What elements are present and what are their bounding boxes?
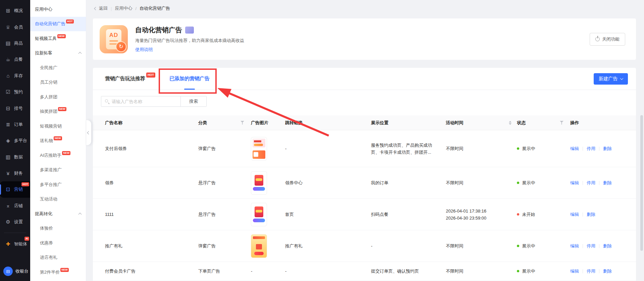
sidebar-item-multi-platform[interactable]: ◈多平台 — [0, 133, 30, 149]
sidebar-item-inventory[interactable]: ⌂库存 — [0, 68, 30, 84]
submenu-item-acquire-customers[interactable]: 拉新拓客 — [30, 46, 86, 61]
submenu-item-label: 互动活动 — [40, 196, 57, 202]
submenu-item-interactive-activity[interactable]: 互动活动 — [30, 192, 86, 207]
new-badge: NEW — [57, 34, 66, 38]
submenu-item-short-video-tools[interactable]: 短视频工具NEW — [30, 31, 86, 46]
power-icon — [595, 37, 600, 41]
sidebar-item-label: 商品 — [14, 40, 23, 46]
scrollbar-thumb[interactable] — [640, 115, 643, 251]
ad-name-cell: 推广有礼 — [93, 243, 198, 249]
search-input[interactable] — [101, 96, 180, 106]
overview-icon: ⊞ — [5, 8, 11, 14]
time-line: 不限时间 — [446, 268, 517, 275]
status-cell: 展示中 — [517, 243, 570, 249]
new-ad-button[interactable]: 新建广告 — [594, 73, 628, 85]
data-icon: ▥ — [5, 154, 11, 160]
action-link-2[interactable]: 删除 — [587, 212, 595, 218]
sidebar-item-label: 库存 — [14, 73, 23, 79]
sidebar-item-finance[interactable]: ¥财务 — [0, 165, 30, 181]
sidebar-item-marketing[interactable]: ⊡营销HOT — [0, 181, 30, 197]
ad-thumbnail[interactable] — [251, 234, 267, 258]
hot-badge: HOT — [21, 182, 29, 186]
submenu-item-public-promotion[interactable]: 全民推广 — [30, 60, 86, 75]
action-link-1[interactable]: 编辑 — [570, 180, 579, 186]
submenu-item-lottery-group[interactable]: 抽奖拼团NEW — [30, 104, 86, 119]
sidebar-item-label: 设置 — [14, 219, 23, 225]
sidebar-item-booking[interactable]: ☑预约 — [0, 84, 30, 100]
sidebar-item-goods[interactable]: ▤商品 — [0, 35, 30, 51]
app-window: ⊞概况♕会员▤商品☕点餐⌂库存☑预约⊟排号≣订单◈多平台▥数据¥财务⊡营销HOT… — [0, 0, 644, 281]
action-link-1[interactable]: 编辑 — [570, 212, 579, 218]
sidebar-item-overview[interactable]: ⊞概况 — [0, 3, 30, 19]
search-row: 搜索 — [93, 90, 636, 107]
sidebar-collapse-handle[interactable] — [86, 120, 91, 145]
action-link-3[interactable]: 删除 — [603, 146, 612, 152]
title-badge — [185, 27, 194, 34]
ad-image-cell — [251, 137, 285, 160]
refresh-icon: ↻ — [116, 41, 126, 52]
column-header-2: 分类 — [198, 120, 251, 126]
submenu-item-trial-price[interactable]: 体验价 — [30, 221, 86, 236]
sidebar-item-settings[interactable]: ⚙设置 — [0, 214, 30, 230]
sidebar-item-shop[interactable]: ⌅店铺 — [0, 198, 30, 214]
sidebar-item-queue[interactable]: ⊟排号 — [0, 100, 30, 116]
breadcrumb-parent[interactable]: 应用中心 — [115, 5, 132, 11]
breadcrumb-separator: | — [111, 6, 112, 11]
action-divider — [583, 244, 583, 248]
submenu-item-short-video-marketing[interactable]: 短视频营销 — [30, 119, 86, 134]
submenu-item-improve-conversion[interactable]: 提高转化 — [30, 206, 86, 221]
ad-image-cell — [251, 234, 285, 258]
submenu-item-multi-platform-promo[interactable]: 多平台推广 — [30, 177, 86, 192]
sidebar-item-agent[interactable]: ✚智能体AI — [0, 236, 30, 252]
search-button[interactable]: 搜索 — [181, 96, 206, 106]
action-link-1[interactable]: 编辑 — [570, 146, 579, 152]
app-header-info: 自动化营销广告 海量热门营销广告玩法推荐，助力商家低成本撬动高收益 使用说明 — [135, 26, 582, 53]
action-link-3[interactable]: 删除 — [603, 243, 612, 249]
submenu-item-group-buying[interactable]: 多人拼团 — [30, 90, 86, 104]
column-label: 活动时间 — [446, 120, 463, 126]
sidebar-item-ordering[interactable]: ☕点餐 — [0, 51, 30, 67]
submenu-item-store-gift[interactable]: 进店有礼 — [30, 250, 86, 265]
sort-icon[interactable] — [509, 121, 512, 125]
sidebar-item-orders[interactable]: ≣订单 — [0, 116, 30, 133]
filter-icon[interactable] — [560, 121, 564, 125]
back-button[interactable]: 返回 — [95, 5, 108, 11]
ad-image-cell — [251, 203, 285, 226]
ad-thumbnail[interactable] — [251, 203, 267, 226]
action-link-2[interactable]: 停用 — [587, 180, 595, 186]
action-link-1[interactable]: 编辑 — [570, 268, 579, 274]
sidebar-item-data[interactable]: ▥数据 — [0, 149, 30, 165]
submenu-item-auto-marketing-ads[interactable]: 自动化营销广告HOT — [30, 17, 86, 32]
action-link-2[interactable]: 停用 — [587, 268, 595, 274]
queue-number-icon: ⊟ — [5, 105, 11, 111]
ad-thumbnail[interactable] — [251, 137, 267, 160]
breadcrumb-slash: / — [135, 6, 137, 11]
filter-icon[interactable] — [240, 121, 244, 125]
tab-added-ads[interactable]: 已添加的营销广告 — [169, 68, 210, 90]
status-dot — [517, 147, 519, 150]
submenu-item-label: 多人拼团 — [40, 94, 57, 100]
action-link-2[interactable]: 停用 — [587, 146, 595, 152]
submenu-item-app-center[interactable]: 应用中心 — [30, 2, 86, 17]
submenu-item-coupon[interactable]: 优惠券 — [30, 236, 86, 250]
action-link-1[interactable]: 编辑 — [570, 243, 579, 249]
ad-name-cell: 1111 — [93, 212, 198, 217]
submenu-item-send-gifts[interactable]: 送礼物NEW — [30, 134, 86, 148]
submenu-item-ai-shop-assistant[interactable]: AI店推助手NEW — [30, 148, 86, 163]
submenu-item-label: 应用中心 — [35, 6, 52, 12]
column-header-6: 活动时间 — [446, 120, 517, 126]
close-feature-button[interactable]: 关闭功能 — [590, 33, 625, 46]
tab-recommended-playbooks[interactable]: 营销广告玩法推荐 HOT — [105, 68, 155, 90]
ad-thumbnail[interactable] — [251, 171, 267, 195]
sidebar-item-member[interactable]: ♕会员 — [0, 19, 30, 35]
submenu-item-second-half-price[interactable]: 第2件半价NEW — [30, 265, 86, 280]
submenu-item-staff-distribution[interactable]: 员工分销 — [30, 75, 86, 90]
submenu-item-multi-channel-promo[interactable]: 多渠道推广 — [30, 163, 86, 178]
usage-guide-link[interactable]: 使用说明 — [135, 47, 153, 53]
submenu-item-label: 提高转化 — [35, 211, 52, 217]
page-title: 自动化营销广告 — [135, 26, 182, 35]
action-link-2[interactable]: 停用 — [587, 243, 595, 249]
action-link-3[interactable]: 删除 — [603, 268, 612, 274]
sidebar-item-cashier[interactable]: ⊟收银台 — [0, 262, 30, 281]
action-link-3[interactable]: 删除 — [603, 180, 612, 186]
